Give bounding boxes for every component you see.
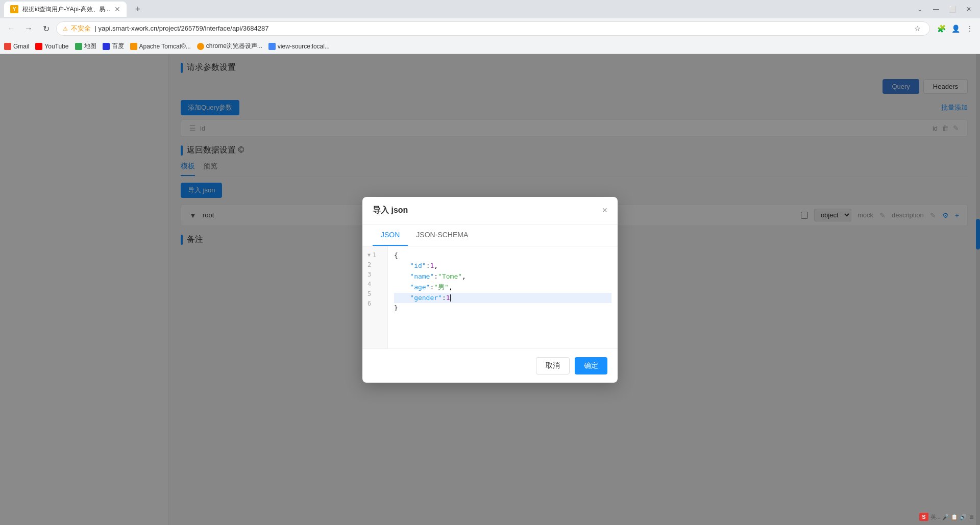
code-line-4: "age":"男", [394, 282, 611, 293]
modal-close-btn[interactable]: × [602, 206, 607, 215]
browser-tab[interactable]: Y 根据id查询用户-YApi-高效、易... ✕ [4, 2, 127, 17]
code-editor[interactable]: ▼ 1 2 3 4 5 6 { "id":1, "name":"Tome [362, 246, 618, 348]
code-line-5: "gender":1 [394, 293, 611, 304]
tab-favicon: Y [10, 5, 18, 13]
line-num-1: ▼ 1 [362, 251, 387, 260]
extensions-btn[interactable]: 🧩 [935, 22, 947, 35]
address-text: 不安全 | yapi.smart-xwork.cn/project/265759… [71, 24, 908, 33]
csdn-logo: S [919, 513, 928, 521]
line-num-3: 3 [362, 270, 387, 280]
bookmark-tomcat[interactable]: Apache Tomcat®... [130, 43, 191, 50]
bookmark-gmail-label: Gmail [13, 43, 29, 50]
modal-body: JSON JSON-SCHEMA ▼ 1 2 3 4 5 [362, 224, 618, 348]
bookmark-baidu[interactable]: 百度 [103, 42, 124, 51]
line-num-6: 6 [362, 299, 387, 309]
page-content: 请求参数设置 Query Headers 添加Query参数 批量添加 ☰ id… [0, 54, 980, 525]
modal-footer: 取消 确定 [362, 348, 618, 383]
cancel-button[interactable]: 取消 [536, 357, 570, 374]
watermark-text: 英... 🎤 📋 🔊 🖥 [930, 513, 974, 521]
code-line-3: "name":"Tome", [394, 271, 611, 282]
toolbar-actions: 🧩 👤 ⋮ [935, 22, 976, 35]
forward-btn[interactable]: → [21, 21, 36, 36]
json-schema-tab[interactable]: JSON-SCHEMA [408, 224, 476, 246]
address-bar-row: ← → ↻ ⚠ 不安全 | yapi.smart-xwork.cn/projec… [0, 18, 980, 39]
code-line-2: "id":1, [394, 261, 611, 271]
window-controls: ⌄ — ⬜ ✕ [913, 2, 976, 16]
bookmark-tomcat-label: Apache Tomcat®... [139, 43, 191, 50]
address-protocol: 不安全 [71, 24, 91, 32]
bookmark-chrome-label: chrome浏览器设声... [206, 42, 262, 51]
code-line-1: { [394, 251, 611, 261]
profile-btn[interactable]: 👤 [949, 22, 962, 35]
line-num-4: 4 [362, 280, 387, 289]
refresh-btn[interactable]: ↻ [39, 21, 53, 36]
title-bar: Y 根据id查询用户-YApi-高效、易... ✕ + ⌄ — ⬜ ✕ [0, 0, 980, 18]
bookmarks-bar: Gmail YouTube 地图 百度 Apache Tomcat®... ch… [0, 39, 980, 54]
bookmark-chrome[interactable]: chrome浏览器设声... [197, 42, 262, 51]
bookmark-gmail[interactable]: Gmail [4, 43, 29, 50]
address-url: yapi.smart-xwork.cn/project/265759/inter… [99, 24, 269, 32]
import-json-modal: 导入 json × JSON JSON-SCHEMA ▼ 1 [362, 197, 618, 383]
address-bar[interactable]: ⚠ 不安全 | yapi.smart-xwork.cn/project/2657… [56, 21, 930, 36]
tab-close-btn[interactable]: ✕ [114, 5, 120, 13]
bookmark-youtube-label: YouTube [44, 43, 68, 50]
close-btn[interactable]: ✕ [962, 2, 976, 16]
browser-chrome: Y 根据id查询用户-YApi-高效、易... ✕ + ⌄ — ⬜ ✕ ← → … [0, 0, 980, 54]
line-num-5: 5 [362, 289, 387, 299]
bookmark-maps-label: 地图 [84, 42, 96, 51]
confirm-button[interactable]: 确定 [575, 357, 607, 374]
modal-tabs: JSON JSON-SCHEMA [362, 224, 618, 246]
json-tab[interactable]: JSON [373, 224, 408, 246]
line-numbers: ▼ 1 2 3 4 5 6 [362, 246, 388, 348]
bookmark-viewsource-label: view-source:local... [278, 43, 330, 50]
minimize-btn[interactable]: — [929, 2, 943, 16]
watermark-area: S 英... 🎤 📋 🔊 🖥 [919, 513, 974, 521]
maximize-btn[interactable]: ⬜ [945, 2, 960, 16]
modal-title: 导入 json [373, 205, 408, 216]
menu-btn[interactable]: ⋮ [964, 22, 976, 35]
security-icon: ⚠ [63, 26, 68, 32]
modal-header: 导入 json × [362, 197, 618, 224]
code-line-6: } [394, 303, 611, 314]
modal-overlay: 导入 json × JSON JSON-SCHEMA ▼ 1 [0, 54, 980, 525]
collapse-icon-1[interactable]: ▼ [368, 251, 371, 259]
code-area[interactable]: { "id":1, "name":"Tome", "age":"男", "gen… [388, 246, 618, 348]
bookmark-maps[interactable]: 地图 [75, 42, 96, 51]
line-num-2: 2 [362, 260, 387, 270]
back-btn[interactable]: ← [4, 21, 18, 36]
tab-title: 根据id查询用户-YApi-高效、易... [22, 5, 110, 14]
bookmark-baidu-label: 百度 [112, 42, 124, 51]
new-tab-button[interactable]: + [131, 2, 145, 16]
bookmark-btn[interactable]: ☆ [911, 22, 923, 35]
tab-list-btn[interactable]: ⌄ [913, 2, 927, 16]
bookmark-youtube[interactable]: YouTube [35, 43, 68, 50]
bookmark-viewsource[interactable]: view-source:local... [268, 43, 330, 50]
